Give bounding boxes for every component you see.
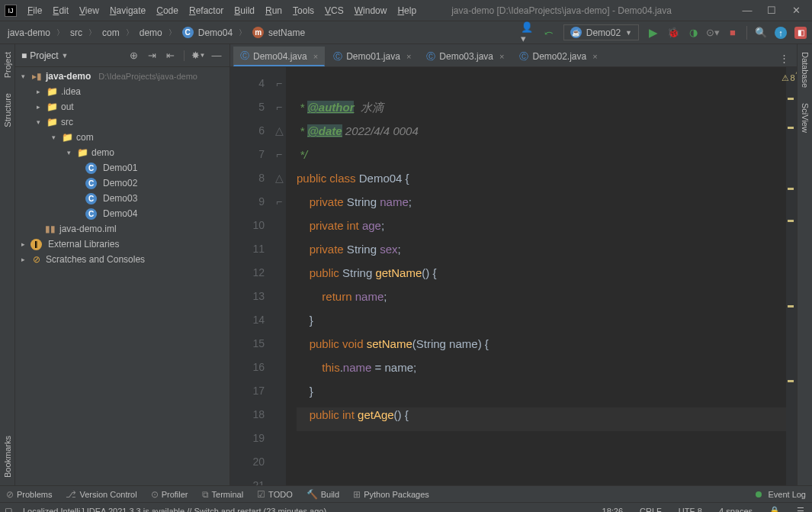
window-title: java-demo [D:\IdeaProjects\java-demo] - …: [421, 5, 742, 16]
menu-vcs[interactable]: VCS: [320, 3, 348, 18]
menu-code[interactable]: Code: [152, 3, 183, 18]
main-menu: FileEditViewNavigateCodeRefactorBuildRun…: [23, 3, 421, 18]
debug-button[interactable]: 🐞: [665, 24, 682, 41]
project-panel-title[interactable]: ■ Project ▼: [21, 50, 69, 61]
tree-demo[interactable]: ▾📁demo: [15, 145, 229, 160]
status-message[interactable]: Localized IntelliJ IDEA 2021.3.3 is avai…: [23, 507, 589, 513]
expand-all-icon[interactable]: ⇥: [145, 49, 159, 63]
menu-refactor[interactable]: Refactor: [185, 3, 228, 18]
menu-window[interactable]: Window: [350, 3, 392, 18]
sciview-tool-button[interactable]: SciView: [799, 95, 811, 140]
profile-icon[interactable]: ⊙▾: [704, 24, 721, 41]
navigation-bar: java-demo〉src〉com〉demo〉CDemo04〉msetName …: [0, 21, 812, 44]
tree-scratches[interactable]: ▸⊘Scratches and Consoles: [15, 252, 229, 267]
profiler-tool-button[interactable]: ⊙Profiler: [151, 489, 188, 500]
menu-navigate[interactable]: Navigate: [105, 3, 150, 18]
event-log-button[interactable]: Event Log: [756, 490, 806, 499]
coverage-icon[interactable]: ◑: [685, 24, 701, 41]
tree-iml[interactable]: ▮▮java-demo.iml: [15, 221, 229, 237]
tree-src[interactable]: ▾📁src: [15, 114, 229, 130]
tree-root-label: java-demo: [46, 71, 91, 82]
tab-Demo03.java[interactable]: ⒸDemo03.java×: [419, 47, 511, 66]
status-line-ending[interactable]: CRLF: [637, 507, 665, 513]
close-tab-icon[interactable]: ×: [499, 52, 504, 61]
tree-idea[interactable]: ▸📁.idea: [15, 84, 229, 99]
status-icon[interactable]: ▢: [5, 506, 12, 512]
tab-Demo04.java[interactable]: ⒸDemo04.java×: [233, 47, 325, 66]
window-controls: — ☐ ✕: [742, 5, 807, 16]
project-tool-button[interactable]: Project: [2, 44, 14, 85]
menu-help[interactable]: Help: [393, 3, 421, 18]
structure-tool-button[interactable]: Structure: [2, 85, 14, 135]
bookmarks-tool-button[interactable]: Bookmarks: [2, 428, 14, 485]
collapse-all-icon[interactable]: ⇤: [163, 49, 177, 63]
tab-Demo02.java[interactable]: ⒸDemo02.java×: [512, 47, 604, 66]
project-tree[interactable]: ▾▸▮ java-demo D:\IdeaProjects\java-demo …: [15, 67, 229, 485]
tree-class-3[interactable]: CDemo04: [15, 206, 229, 221]
tree-out[interactable]: ▸📁out: [15, 99, 229, 114]
close-tab-icon[interactable]: ×: [592, 52, 597, 61]
todo-tool-button[interactable]: ☑TODO: [257, 489, 293, 500]
crumb-3[interactable]: demo: [135, 26, 167, 40]
tree-ext-libs[interactable]: ▸∥External Libraries: [15, 237, 229, 252]
build-tool-button[interactable]: 🔨Build: [307, 489, 339, 500]
tree-class-2[interactable]: CDemo03: [15, 191, 229, 206]
fold-gutter[interactable]: ⌐⌐△⌐△⌐: [272, 67, 286, 485]
tab-Demo01.java[interactable]: ⒸDemo01.java×: [326, 47, 418, 66]
user-icon[interactable]: 👤▾: [521, 24, 538, 41]
update-icon[interactable]: ↑: [772, 24, 789, 41]
menu-tools[interactable]: Tools: [288, 3, 319, 18]
tree-class-1[interactable]: CDemo02: [15, 175, 229, 191]
menu-build[interactable]: Build: [229, 3, 259, 18]
close-tab-icon[interactable]: ×: [313, 52, 318, 61]
code-lines[interactable]: * @author 水滴 * @date 2022/4/4 0004 */pub…: [286, 67, 786, 485]
inspection-summary[interactable]: ⚠8 ^ ∨: [786, 70, 797, 85]
editor-tabs: ⒸDemo04.java×ⒸDemo01.java×ⒸDemo03.java×Ⓒ…: [230, 44, 797, 67]
minimize-button[interactable]: —: [742, 5, 753, 16]
editor-area: ⒸDemo04.java×ⒸDemo01.java×ⒸDemo03.java×Ⓒ…: [230, 44, 797, 485]
database-tool-button[interactable]: Database: [799, 44, 811, 95]
code-editor[interactable]: 456789101112131415161718192021 ⌐⌐△⌐△⌐ * …: [230, 67, 797, 485]
run-config-select[interactable]: ☕ Demo02 ▼: [563, 24, 639, 40]
breadcrumb: java-demo〉src〉com〉demo〉CDemo04〉msetName: [3, 25, 310, 40]
bottom-tool-bar: ⊘Problems ⎇Version Control ⊙Profiler ⧉Te…: [0, 485, 812, 502]
terminal-tool-button[interactable]: ⧉Terminal: [202, 489, 244, 500]
hide-panel-icon[interactable]: —: [210, 49, 223, 63]
problems-tool-button[interactable]: ⊘Problems: [6, 489, 52, 500]
menu-file[interactable]: File: [23, 3, 47, 18]
close-tab-icon[interactable]: ×: [406, 52, 411, 61]
crumb-4[interactable]: CDemo04: [178, 25, 237, 40]
select-opened-icon[interactable]: ⊕: [127, 49, 140, 63]
search-icon[interactable]: 🔍: [753, 24, 769, 41]
crumb-0[interactable]: java-demo: [3, 26, 55, 40]
titlebar: IJ FileEditViewNavigateCodeRefactorBuild…: [0, 0, 812, 21]
run-button[interactable]: ▶: [645, 24, 662, 41]
menu-view[interactable]: View: [75, 3, 104, 18]
status-readonly-icon[interactable]: 🔒: [766, 506, 783, 512]
ide-errors-icon[interactable]: ◧: [792, 24, 809, 41]
menu-edit[interactable]: Edit: [48, 3, 73, 18]
status-indent[interactable]: 4 spaces: [716, 507, 756, 513]
tab-options-icon[interactable]: ⋮: [775, 50, 792, 66]
stop-button[interactable]: ■: [724, 24, 741, 41]
status-notify-icon[interactable]: ☰: [794, 506, 807, 512]
crumb-1[interactable]: src: [66, 26, 87, 40]
close-button[interactable]: ✕: [791, 5, 801, 16]
python-packages-button[interactable]: ⊞Python Packages: [353, 489, 429, 500]
tree-root[interactable]: ▾▸▮ java-demo D:\IdeaProjects\java-demo: [15, 69, 229, 84]
tree-com[interactable]: ▾📁com: [15, 130, 229, 145]
status-encoding[interactable]: UTF-8: [676, 507, 705, 513]
vcs-tool-button[interactable]: ⎇Version Control: [66, 489, 136, 500]
tree-root-path: D:\IdeaProjects\java-demo: [98, 72, 197, 81]
menu-run[interactable]: Run: [261, 3, 287, 18]
settings-icon[interactable]: ✸ ▼: [191, 49, 205, 63]
left-tool-strip: Project Structure Bookmarks: [0, 44, 15, 485]
sync-icon[interactable]: ⤺: [541, 24, 557, 41]
maximize-button[interactable]: ☐: [766, 5, 777, 16]
class-icon: ☕: [570, 27, 582, 38]
crumb-2[interactable]: com: [98, 26, 124, 40]
error-stripe[interactable]: ⚠8 ^ ∨: [786, 67, 797, 485]
crumb-5[interactable]: msetName: [248, 25, 310, 40]
dropdown-icon: ▼: [625, 29, 632, 37]
tree-class-0[interactable]: CDemo01: [15, 160, 229, 175]
